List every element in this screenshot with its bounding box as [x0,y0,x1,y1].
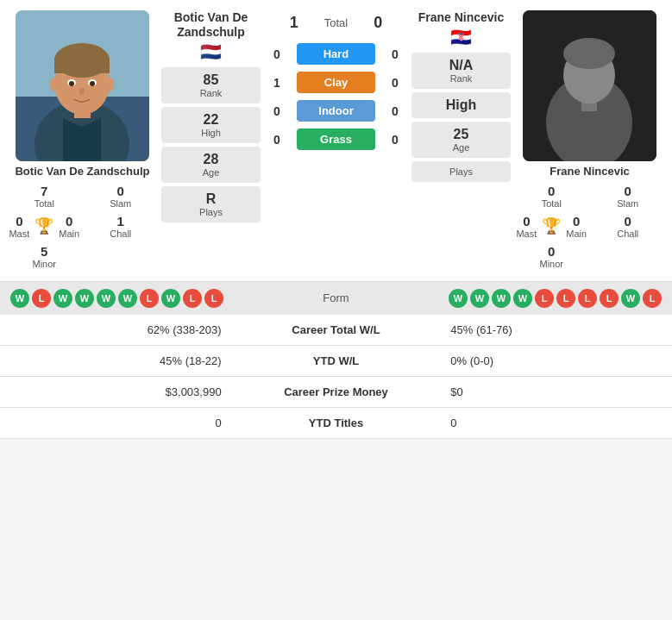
total-label: Total [324,16,348,29]
player2-minor-cell: 0 Minor [514,242,589,271]
player1-mast: 0 [9,214,29,229]
player1-age-label: Age [165,167,257,178]
form-badge: W [449,289,468,308]
form-badge: W [161,289,180,308]
clay-score-right: 0 [382,76,408,90]
player2-total-label: Total [516,198,587,209]
player1-main: 0 [59,214,79,229]
player2-stats-grid: 0 Total 0 Slam 0 Mast 🏆 0 Main [514,182,665,271]
stat-left-value: $3,003,990 [0,376,236,407]
form-badge: L [643,289,662,308]
trophy2-icon: 🏆 [542,216,561,235]
indoor-score-left: 0 [264,104,290,118]
player2-plays-label: Plays [415,166,507,177]
hard-button[interactable]: Hard [297,43,375,65]
player1-chall-cell: 1 Chall [84,212,159,241]
player1-name-flag: Botic Van De Zandschulp 🇳🇱 [161,10,261,62]
player2-minor-label: Minor [516,259,587,269]
stat-right-value: 45% (61-76) [436,315,672,346]
svg-point-9 [69,81,74,86]
comparison-section: Botic Van De Zandschulp 7 Total 0 Slam 0… [0,0,672,281]
stat-right-value: 0 [436,407,672,438]
trophy-icon: 🏆 [35,216,53,235]
player1-rank-label: Rank [165,88,257,98]
player2-age-box: 25 Age [411,122,511,158]
stat-right-value: 0% (0-0) [436,345,672,376]
player2-form-badges: WWWWLLLLWL [449,289,662,308]
form-badge: L [556,289,575,308]
indoor-score-right: 0 [382,104,408,118]
player1-flag: 🇳🇱 [161,41,261,62]
player1-slam-cell: 0 Slam [84,182,159,210]
player2-name: Frane Nincevic [550,165,630,178]
player2-mast-label: Mast [516,229,537,239]
player2-minor: 0 [516,244,587,259]
form-badge: L [600,289,619,308]
indoor-button[interactable]: Indoor [297,100,375,122]
player2-col: Frane Nincevic 0 Total 0 Slam 0 Mast 🏆 [514,10,665,271]
table-row: 62% (338-203) Career Total W/L 45% (61-7… [0,315,672,346]
hard-score-left: 0 [264,47,290,61]
player1-name: Botic Van De Zandschulp [15,165,149,178]
stat-right-value: $0 [436,376,672,407]
player2-high-box: High [411,92,511,118]
player1-age-value: 28 [165,152,257,167]
player1-stats-col: Botic Van De Zandschulp 🇳🇱 85 Rank 22 Hi… [161,10,261,271]
grass-score-left: 0 [264,133,290,147]
player2-chall: 0 [593,214,664,229]
player1-total-cell: 7 Total [7,182,82,210]
player1-plays-value: R [165,191,257,207]
form-badge: W [118,289,137,308]
svg-point-18 [563,38,615,69]
player1-name-header: Botic Van De Zandschulp [161,10,261,40]
player1-photo [16,10,149,161]
player1-stats-grid: 7 Total 0 Slam 0 Mast 🏆 0 Main [7,182,158,271]
stat-left-value: 45% (18-22) [0,345,236,376]
svg-rect-6 [54,58,110,73]
form-badge: W [470,289,489,308]
middle-section: 1 Total 0 0 Hard 0 1 Clay 0 0 Indoor 0 0 [264,10,408,271]
player2-rank-box: N/A Rank [411,53,511,89]
form-badge: W [53,289,72,308]
form-badge: L [204,289,223,308]
grass-score-right: 0 [382,133,408,147]
player1-age-box: 28 Age [161,147,261,183]
player2-mast: 0 [516,214,537,229]
stats-tbody: 62% (338-203) Career Total W/L 45% (61-7… [0,315,672,439]
svg-point-11 [79,88,85,95]
player1-slam: 0 [85,184,157,198]
player1-mast-label: Mast [9,229,29,239]
player2-high-value: High [415,97,507,113]
form-badge: W [513,289,532,308]
player2-slam-cell: 0 Slam [591,182,666,210]
clay-button[interactable]: Clay [297,72,375,93]
stats-table: 62% (338-203) Career Total W/L 45% (61-7… [0,315,672,439]
form-badge: W [492,289,511,308]
player1-plays-box: R Plays [161,186,261,222]
player2-age-value: 25 [415,127,507,142]
form-section: WLWWWWLWLL Form WWWWLLLLWL [0,281,672,315]
player2-plays-box: Plays [411,161,511,182]
player1-plays-label: Plays [165,207,257,217]
form-badge: L [578,289,597,308]
total-score-left: 1 [290,14,298,32]
player1-mast-cell: 0 Mast 🏆 0 Main [7,212,82,241]
stat-center-label: YTD Titles [236,407,437,438]
grass-button[interactable]: Grass [297,128,375,150]
stat-left-value: 62% (338-203) [0,315,236,346]
player1-form-badges: WLWWWWLWLL [10,289,223,308]
player2-mast-cell: 0 Mast 🏆 0 Main [514,212,589,241]
clay-score-left: 1 [264,76,290,90]
player1-high-value: 22 [165,112,257,128]
form-badge: W [621,289,640,308]
player2-rank-label: Rank [415,73,507,84]
hard-row: 0 Hard 0 [264,41,408,67]
svg-point-13 [105,78,114,91]
table-row: 45% (18-22) YTD W/L 0% (0-0) [0,345,672,376]
form-label: Form [323,291,349,304]
form-badge: W [10,289,29,308]
player2-main-label: Main [566,229,587,239]
total-row: 1 Total 0 [264,10,408,39]
grass-row: 0 Grass 0 [264,126,408,153]
player2-main: 0 [566,214,587,229]
